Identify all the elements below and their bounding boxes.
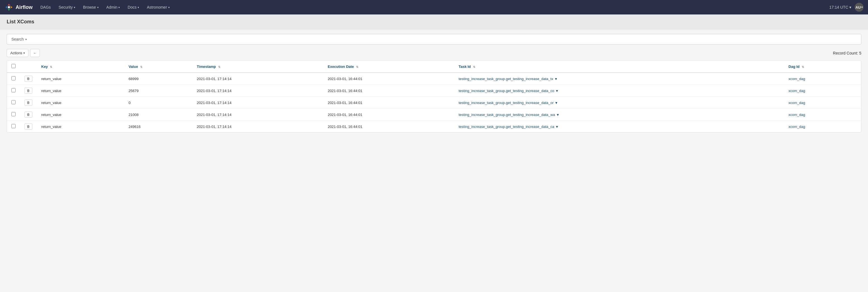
astronomer-caret-icon: ▾ (168, 6, 169, 9)
th-value[interactable]: Value ⇅ (124, 61, 192, 73)
nav-astronomer[interactable]: Astronomer ▾ (144, 3, 173, 12)
th-execution-date[interactable]: Execution Date ⇅ (323, 61, 454, 73)
nav-security[interactable]: Security ▾ (55, 3, 79, 12)
row-execution-date: 2021-03-01, 16:44:01 (323, 85, 454, 97)
row-delete-cell[interactable]: 🗑 (20, 85, 37, 97)
task-id-filter-icon[interactable]: ▼ (554, 77, 558, 81)
browse-caret-icon: ▾ (97, 6, 99, 9)
nav-browse[interactable]: Browse ▾ (80, 3, 102, 12)
row-delete-cell[interactable]: 🗑 (20, 73, 37, 85)
row-execution-date: 2021-03-01, 16:44:01 (323, 73, 454, 85)
row-2-delete-button[interactable]: 🗑 (25, 100, 32, 106)
back-button[interactable]: ← (30, 49, 40, 57)
timestamp-sort-icon: ⇅ (218, 65, 220, 68)
dag-id-link[interactable]: xcom_dag (788, 101, 805, 105)
svg-marker-0 (7, 4, 10, 6)
main-content: Search ▾ Actions ▾ ← Record Count: 5 (0, 30, 868, 137)
select-all-checkbox[interactable] (11, 64, 16, 68)
row-0-delete-button[interactable]: 🗑 (25, 76, 32, 82)
record-count: Record Count: 5 (833, 51, 861, 56)
row-key: return_value (37, 73, 124, 85)
row-delete-cell[interactable]: 🗑 (20, 121, 37, 133)
row-task-id[interactable]: testing_increase_task_group.get_testing_… (454, 73, 784, 85)
task-id-link[interactable]: testing_increase_task_group.get_testing_… (459, 77, 553, 81)
row-delete-cell[interactable]: 🗑 (20, 109, 37, 121)
dag-id-link[interactable]: xcom_dag (788, 89, 805, 93)
actions-caret-icon: ▾ (23, 51, 25, 54)
task-id-filter-icon[interactable]: ▼ (555, 101, 558, 105)
row-task-id[interactable]: testing_increase_task_group.get_testing_… (454, 97, 784, 109)
task-id-link[interactable]: testing_increase_task_group.get_testing_… (459, 89, 554, 93)
task-id-filter-icon[interactable]: ▼ (555, 89, 559, 93)
th-select-all[interactable] (7, 61, 20, 73)
row-execution-date: 2021-03-01, 16:44:01 (323, 109, 454, 121)
actions-button[interactable]: Actions ▾ (7, 49, 28, 57)
row-dag-id[interactable]: xcom_dag (784, 97, 861, 109)
row-dag-id[interactable]: xcom_dag (784, 121, 861, 133)
page-header: List XComs (0, 14, 868, 30)
task-id-link[interactable]: testing_increase_task_group.get_testing_… (459, 101, 554, 105)
task-id-link[interactable]: testing_increase_task_group.get_testing_… (459, 113, 555, 117)
row-dag-id[interactable]: xcom_dag (784, 85, 861, 97)
utc-caret-icon: ▾ (849, 5, 851, 9)
utc-button[interactable]: 17:14 UTC ▾ (829, 5, 851, 9)
brand-logo[interactable]: Airflow (4, 3, 33, 12)
row-dag-id[interactable]: xcom_dag (784, 109, 861, 121)
user-menu-button[interactable]: AU ▾ (855, 3, 864, 12)
th-dag-id[interactable]: Dag Id ⇅ (784, 61, 861, 73)
row-0-checkbox[interactable] (11, 76, 16, 80)
svg-marker-1 (10, 6, 12, 9)
table-row: 🗑return_value2496162021-03-01, 17:14:142… (7, 121, 861, 133)
row-1-checkbox[interactable] (11, 88, 16, 92)
nav-dags[interactable]: DAGs (37, 3, 54, 12)
row-4-delete-button[interactable]: 🗑 (25, 123, 32, 130)
row-value: 68999 (124, 73, 192, 85)
row-key: return_value (37, 85, 124, 97)
row-checkbox-cell[interactable] (7, 73, 20, 85)
row-key: return_value (37, 109, 124, 121)
dag-id-sort-icon: ⇅ (802, 65, 804, 68)
row-checkbox-cell[interactable] (7, 121, 20, 133)
th-task-id[interactable]: Task Id ⇅ (454, 61, 784, 73)
task-id-filter-icon[interactable]: ▼ (555, 125, 559, 129)
row-task-id[interactable]: testing_increase_task_group.get_testing_… (454, 109, 784, 121)
task-id-filter-icon[interactable]: ▼ (556, 113, 559, 117)
row-delete-cell[interactable]: 🗑 (20, 97, 37, 109)
th-key[interactable]: Key ⇅ (37, 61, 124, 73)
row-1-delete-button[interactable]: 🗑 (25, 87, 32, 94)
dag-id-link[interactable]: xcom_dag (788, 124, 805, 129)
row-3-delete-button[interactable]: 🗑 (25, 111, 32, 118)
search-caret-icon: ▾ (25, 38, 27, 41)
task-id-link[interactable]: testing_increase_task_group.get_testing_… (459, 124, 554, 129)
search-bar[interactable]: Search ▾ (7, 34, 861, 44)
dag-id-link[interactable]: xcom_dag (788, 113, 805, 117)
row-checkbox-cell[interactable] (7, 97, 20, 109)
row-2-checkbox[interactable] (11, 100, 16, 104)
row-task-id[interactable]: testing_increase_task_group.get_testing_… (454, 121, 784, 133)
row-3-checkbox[interactable] (11, 112, 16, 116)
row-value: 21008 (124, 109, 192, 121)
row-task-id[interactable]: testing_increase_task_group.get_testing_… (454, 85, 784, 97)
nav-docs[interactable]: Docs ▾ (124, 3, 142, 12)
row-timestamp: 2021-03-01, 17:14:14 (192, 85, 323, 97)
row-4-checkbox[interactable] (11, 124, 16, 128)
navbar: Airflow DAGs Security ▾ Browse ▾ Admin ▾… (0, 0, 868, 14)
toolbar-left: Actions ▾ ← (7, 49, 40, 57)
search-label: Search (11, 37, 24, 41)
table-header-row: Key ⇅ Value ⇅ Timestamp ⇅ Execution Date… (7, 61, 861, 73)
table-row: 🗑return_value02021-03-01, 17:14:142021-0… (7, 97, 861, 109)
security-caret-icon: ▾ (74, 6, 75, 9)
row-timestamp: 2021-03-01, 17:14:14 (192, 121, 323, 133)
row-checkbox-cell[interactable] (7, 109, 20, 121)
row-checkbox-cell[interactable] (7, 85, 20, 97)
nav-right: 17:14 UTC ▾ AU ▾ (829, 3, 864, 12)
dag-id-link[interactable]: xcom_dag (788, 77, 805, 81)
svg-marker-2 (7, 9, 10, 11)
docs-caret-icon: ▾ (137, 6, 139, 9)
th-timestamp[interactable]: Timestamp ⇅ (192, 61, 323, 73)
row-execution-date: 2021-03-01, 16:44:01 (323, 97, 454, 109)
execution-date-sort-icon: ⇅ (356, 65, 358, 68)
row-dag-id[interactable]: xcom_dag (784, 73, 861, 85)
nav-admin[interactable]: Admin ▾ (103, 3, 123, 12)
row-value: 0 (124, 97, 192, 109)
